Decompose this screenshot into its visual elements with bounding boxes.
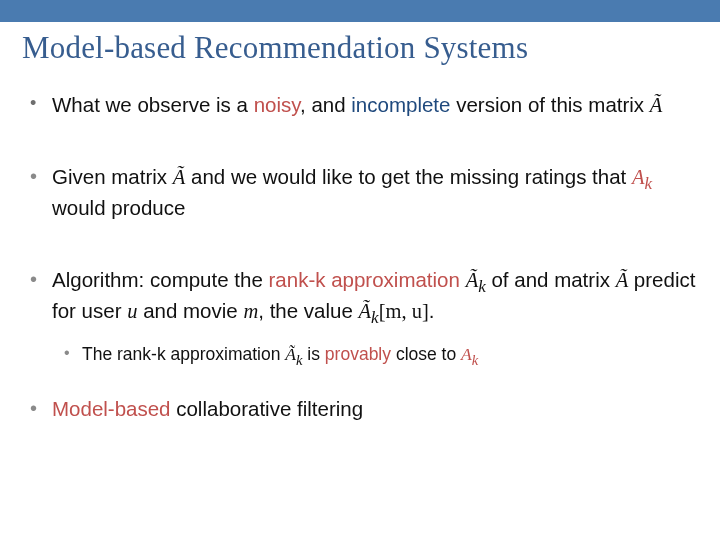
noisy-word: noisy	[254, 93, 300, 116]
text: close to	[391, 344, 461, 364]
ak-matrix: Ak	[461, 344, 478, 364]
sub-bullet-1: The rank-k approximation Ãk is provably …	[64, 343, 698, 369]
slide-content: Model-based Recommendation Systems What …	[0, 22, 720, 422]
text: The rank-k approximation	[82, 344, 285, 364]
incomplete-word: incomplete	[351, 93, 450, 116]
user-var: u	[127, 300, 137, 322]
text: Given matrix	[52, 165, 173, 188]
slide-title: Model-based Recommendation Systems	[22, 30, 698, 66]
text: of and matrix	[486, 268, 616, 291]
movie-var: m	[243, 300, 258, 322]
bullet-1: What we observe is a noisy, and incomple…	[30, 92, 698, 118]
text: , and	[300, 93, 351, 116]
model-based-phrase: Model-based	[52, 397, 176, 420]
text: , the value	[258, 299, 358, 322]
text: .	[429, 299, 435, 322]
bullet-4: Model-based collaborative filtering	[30, 396, 698, 422]
ak-tilde-matrix: Ãk	[466, 269, 486, 291]
a-tilde-matrix: Ã	[616, 269, 629, 291]
text: Algorithm: compute the	[52, 268, 269, 291]
bullet-3: Algorithm: compute the rank-k approximat…	[30, 267, 698, 369]
ak-matrix: Ak	[632, 166, 652, 188]
rank-k-phrase: rank-k approximation	[269, 268, 460, 291]
a-tilde-matrix: Ã	[650, 94, 663, 116]
ak-tilde-matrix: Ãk	[285, 344, 302, 364]
text: would produce	[52, 196, 185, 219]
ak-tilde-mu: Ãk[m, u]	[359, 300, 429, 322]
provably-word: provably	[325, 344, 391, 364]
sub-bullet-list: The rank-k approximation Ãk is provably …	[52, 343, 698, 369]
text: and movie	[137, 299, 243, 322]
text: is	[302, 344, 324, 364]
text: What we observe is a	[52, 93, 254, 116]
text: collaborative filtering	[176, 397, 363, 420]
a-tilde-matrix: Ã	[173, 166, 186, 188]
text: version of this matrix	[450, 93, 649, 116]
slide-accent-bar	[0, 0, 720, 22]
bullet-list: What we observe is a noisy, and incomple…	[22, 92, 698, 422]
text: and we would like to get the missing rat…	[185, 165, 632, 188]
bullet-2: Given matrix Ã and we would like to get …	[30, 164, 698, 221]
